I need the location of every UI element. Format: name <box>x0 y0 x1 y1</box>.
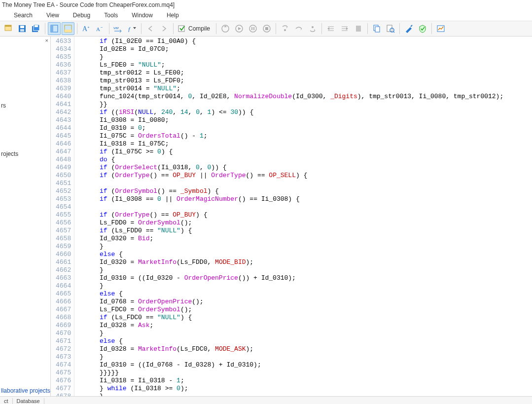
save-all-button[interactable] <box>30 22 42 35</box>
nav-back-button[interactable] <box>144 22 157 35</box>
code-editor[interactable]: 4633463446354636463746384639464046414642… <box>51 37 532 396</box>
svg-rect-11 <box>65 30 71 32</box>
zoom-in-button[interactable]: A+ <box>80 22 93 35</box>
compile-button[interactable]: Compile <box>176 22 213 35</box>
copy-button[interactable] <box>370 22 383 35</box>
menu-help[interactable]: Help <box>160 11 186 20</box>
status-tab[interactable]: ct <box>0 398 13 404</box>
svg-rect-30 <box>375 27 380 32</box>
toggle-navigator-button[interactable] <box>48 22 61 35</box>
indent-right-button[interactable] <box>338 22 351 35</box>
svg-text:A: A <box>96 26 100 32</box>
debug-stop-button[interactable] <box>260 22 273 35</box>
nav-forward-button[interactable] <box>158 22 171 35</box>
indent-left-button[interactable] <box>324 22 337 35</box>
window-title: The Money Tree EA - Source Code from Che… <box>0 0 532 10</box>
new-file-button[interactable] <box>2 22 15 35</box>
svg-rect-3 <box>20 26 24 28</box>
sidebar-item[interactable]: rojects <box>0 150 50 158</box>
debug-start-button[interactable] <box>233 22 246 35</box>
svg-rect-25 <box>265 27 268 30</box>
svg-point-26 <box>284 29 286 31</box>
compile-label: Compile <box>188 25 210 32</box>
svg-text:ƒ: ƒ <box>128 25 131 33</box>
code-area[interactable]: if (Ii_02E0 == Ii_00A0) { Id_02E8 = Id_0… <box>74 37 503 396</box>
debug-pause-button[interactable] <box>247 22 259 35</box>
zoom-out-button[interactable]: A− <box>94 22 106 35</box>
sidebar-item[interactable]: rs <box>0 102 50 110</box>
step-out-button[interactable] <box>306 22 319 35</box>
var-button[interactable]: var <box>112 22 125 35</box>
svg-text:+: + <box>87 25 90 30</box>
compile-icon <box>177 24 186 33</box>
save-button[interactable] <box>16 22 29 35</box>
menu-view[interactable]: View <box>39 11 66 20</box>
menu-tools[interactable]: Tools <box>97 11 125 20</box>
menu-search[interactable]: Search <box>7 11 39 20</box>
svg-rect-1 <box>5 25 11 27</box>
svg-point-21 <box>249 25 256 32</box>
step-into-button[interactable] <box>279 22 291 35</box>
styler-button[interactable] <box>402 22 415 35</box>
find-button[interactable] <box>384 22 397 35</box>
step-over-button[interactable] <box>292 22 305 35</box>
debug-restart-button[interactable] <box>219 22 232 35</box>
svg-rect-23 <box>253 27 254 30</box>
svg-text:−: − <box>101 25 103 30</box>
svg-rect-22 <box>251 27 252 30</box>
svg-rect-4 <box>20 29 24 32</box>
status-tab-database[interactable]: Database <box>13 398 44 404</box>
menu-debug[interactable]: Debug <box>66 11 97 20</box>
svg-rect-9 <box>51 25 53 32</box>
toggle-toolbox-button[interactable] <box>62 22 74 35</box>
bookmark-button[interactable] <box>352 22 365 35</box>
status-bar: ct Database <box>0 396 532 404</box>
validate-button[interactable] <box>416 22 429 35</box>
toolbar: A+ A− var ƒ Compile <box>0 21 532 37</box>
svg-point-27 <box>312 26 314 28</box>
svg-line-33 <box>393 32 394 33</box>
close-icon[interactable]: × <box>45 37 48 43</box>
svg-rect-7 <box>35 25 38 27</box>
line-gutter: 4633463446354636463746384639464046414642… <box>51 37 74 396</box>
svg-text:var: var <box>113 26 119 30</box>
menu-bar: Search View Debug Tools Window Help <box>0 10 532 21</box>
navigator-panel: × rs rojects llaborative projects <box>0 37 51 396</box>
chart-button[interactable] <box>434 22 447 35</box>
function-list-button[interactable]: ƒ <box>126 22 139 35</box>
menu-window[interactable]: Window <box>125 11 160 20</box>
sidebar-link[interactable]: llaborative projects <box>0 387 50 395</box>
svg-rect-28 <box>356 26 361 32</box>
